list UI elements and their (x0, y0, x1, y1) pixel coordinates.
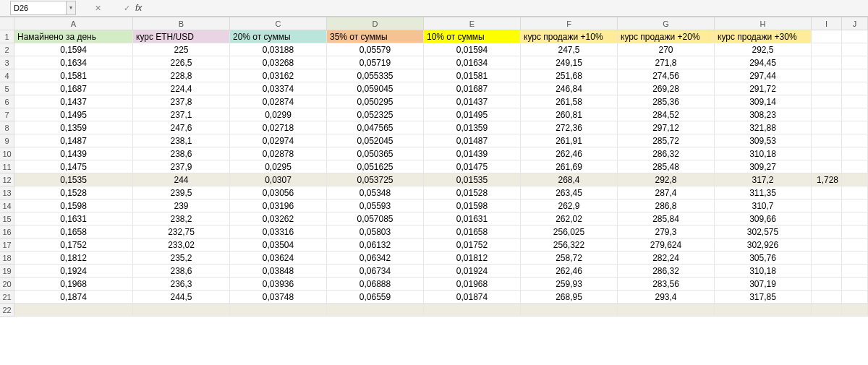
cell-I14[interactable] (812, 199, 842, 212)
cell-C19[interactable]: 0,03848 (230, 265, 327, 278)
col-header-C[interactable]: C (230, 17, 327, 30)
header-cell-I[interactable] (812, 30, 842, 43)
cell-E22[interactable] (424, 304, 521, 317)
row-header-7[interactable]: 7 (0, 108, 14, 121)
cell-D13[interactable]: 0,05348 (327, 186, 424, 199)
cell-I9[interactable] (812, 134, 842, 147)
cell-I17[interactable] (812, 239, 842, 252)
row-header-8[interactable]: 8 (0, 121, 14, 134)
cell-D4[interactable]: 0,055335 (327, 69, 424, 82)
cell-B2[interactable]: 225 (133, 43, 230, 56)
cell-D3[interactable]: 0,05719 (327, 56, 424, 69)
cell-C14[interactable]: 0,03196 (230, 199, 327, 212)
row-header-19[interactable]: 19 (0, 265, 14, 278)
formula-input[interactable] (146, 1, 868, 15)
cell-H15[interactable]: 309,66 (715, 212, 812, 226)
cell-B21[interactable]: 244,5 (133, 291, 230, 304)
cell-D18[interactable]: 0,06342 (327, 252, 424, 265)
col-header-A[interactable]: A (14, 17, 133, 30)
cell-A5[interactable]: 0,1687 (14, 82, 133, 95)
cell-E14[interactable]: 0,01598 (424, 199, 521, 212)
cell-G10[interactable]: 286,32 (618, 147, 715, 160)
cell-F5[interactable]: 246,84 (521, 82, 618, 95)
header-cell-D[interactable]: 35% от суммы (327, 30, 424, 43)
cell-I19[interactable] (812, 265, 842, 278)
cell-C11[interactable]: 0,0295 (230, 160, 327, 173)
cell-H16[interactable]: 302,575 (715, 226, 812, 239)
row-header-12[interactable]: 12 (0, 173, 14, 186)
cell-G14[interactable]: 286,8 (618, 199, 715, 212)
cell-H14[interactable]: 310,7 (715, 199, 812, 212)
cell-G11[interactable]: 285,48 (618, 160, 715, 173)
cell-I8[interactable] (812, 121, 842, 134)
cell-E4[interactable]: 0,01581 (424, 69, 521, 82)
cell-E3[interactable]: 0,01634 (424, 56, 521, 69)
cell-F12[interactable]: 268,4 (521, 173, 618, 186)
cell-I10[interactable] (812, 147, 842, 160)
cell-F10[interactable]: 262,46 (521, 147, 618, 160)
cell-D19[interactable]: 0,06734 (327, 265, 424, 278)
cell-J13[interactable] (842, 186, 868, 199)
cell-D11[interactable]: 0,051625 (327, 160, 424, 173)
cell-E20[interactable]: 0,01968 (424, 278, 521, 291)
cell-I3[interactable] (812, 56, 842, 69)
cell-E2[interactable]: 0,01594 (424, 43, 521, 56)
cell-G2[interactable]: 270 (618, 43, 715, 56)
cell-C12[interactable]: 0,0307 (230, 173, 327, 186)
cell-G16[interactable]: 279,3 (618, 226, 715, 239)
cell-H18[interactable]: 305,76 (715, 252, 812, 265)
cell-I20[interactable] (812, 278, 842, 291)
row-header-11[interactable]: 11 (0, 160, 14, 173)
cell-A21[interactable]: 0,1874 (14, 291, 133, 304)
cell-H9[interactable]: 309,53 (715, 134, 812, 147)
col-header-D[interactable]: D (327, 17, 424, 30)
cell-H11[interactable]: 309,27 (715, 160, 812, 173)
cell-F14[interactable]: 262,9 (521, 199, 618, 212)
cell-F21[interactable]: 268,95 (521, 291, 618, 304)
row-header-10[interactable]: 10 (0, 147, 14, 160)
cell-E5[interactable]: 0,01687 (424, 82, 521, 95)
cell-F16[interactable]: 256,025 (521, 226, 618, 239)
cell-J8[interactable] (842, 121, 868, 134)
cell-A9[interactable]: 0,1487 (14, 134, 133, 147)
name-box-dropdown[interactable]: ▾ (67, 1, 76, 15)
cell-C16[interactable]: 0,03316 (230, 226, 327, 239)
header-cell-J[interactable] (842, 30, 868, 43)
cell-F8[interactable]: 272,36 (521, 121, 618, 134)
cancel-icon[interactable]: ✕ (90, 1, 105, 14)
cell-B20[interactable]: 236,3 (133, 278, 230, 291)
cell-E11[interactable]: 0,01475 (424, 160, 521, 173)
cell-C3[interactable]: 0,03268 (230, 56, 327, 69)
cell-G4[interactable]: 274,56 (618, 69, 715, 82)
cell-H21[interactable]: 317,85 (715, 291, 812, 304)
cell-D6[interactable]: 0,050295 (327, 95, 424, 108)
cell-H17[interactable]: 302,926 (715, 239, 812, 252)
cell-H19[interactable]: 310,18 (715, 265, 812, 278)
cell-D12[interactable]: 0,053725 (327, 173, 424, 186)
cell-C5[interactable]: 0,03374 (230, 82, 327, 95)
cell-G17[interactable]: 279,624 (618, 239, 715, 252)
cell-C13[interactable]: 0,03056 (230, 186, 327, 199)
cell-E7[interactable]: 0,01495 (424, 108, 521, 121)
cell-J7[interactable] (842, 108, 868, 121)
cell-D16[interactable]: 0,05803 (327, 226, 424, 239)
cell-J5[interactable] (842, 82, 868, 95)
cell-H6[interactable]: 309,14 (715, 95, 812, 108)
row-header-16[interactable]: 16 (0, 226, 14, 239)
cell-G9[interactable]: 285,72 (618, 134, 715, 147)
cell-E18[interactable]: 0,01812 (424, 252, 521, 265)
cell-J12[interactable] (842, 173, 868, 186)
cell-J11[interactable] (842, 160, 868, 173)
cell-C18[interactable]: 0,03624 (230, 252, 327, 265)
cell-F13[interactable]: 263,45 (521, 186, 618, 199)
cell-C2[interactable]: 0,03188 (230, 43, 327, 56)
row-header-18[interactable]: 18 (0, 252, 14, 265)
cell-E19[interactable]: 0,01924 (424, 265, 521, 278)
cell-C4[interactable]: 0,03162 (230, 69, 327, 82)
row-header-6[interactable]: 6 (0, 95, 14, 108)
cell-C15[interactable]: 0,03262 (230, 212, 327, 226)
cell-G7[interactable]: 284,52 (618, 108, 715, 121)
cell-A10[interactable]: 0,1439 (14, 147, 133, 160)
cell-A2[interactable]: 0,1594 (14, 43, 133, 56)
header-cell-B[interactable]: курс ETH/USD (133, 30, 230, 43)
